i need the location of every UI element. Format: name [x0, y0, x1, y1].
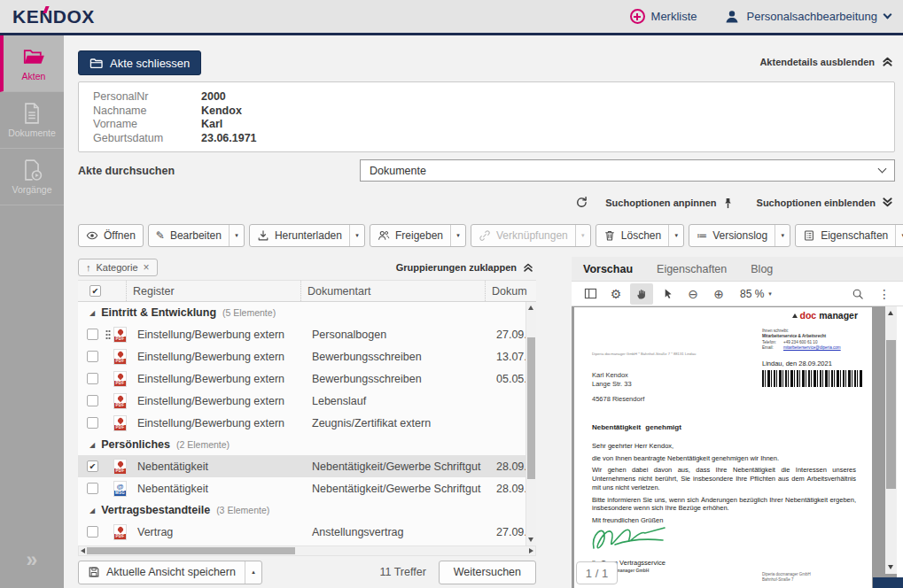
row-checkbox[interactable]: [87, 329, 98, 340]
results-pane: ↑ Kategorie × Gruppierungen zuklappen ✔ …: [78, 257, 536, 588]
links-button[interactable]: Verknüpfungen: [471, 225, 575, 246]
group-expand-icon[interactable]: ◢: [90, 441, 95, 449]
table-row[interactable]: PDF Einstellung/Bewerbung extern Zeugnis…: [78, 412, 536, 434]
panel-toggle-button[interactable]: [579, 283, 602, 305]
preview-more-button[interactable]: ⋮: [873, 283, 896, 305]
save-icon: [88, 566, 100, 578]
delete-button[interactable]: Löschen: [596, 225, 668, 246]
scroll-up-icon[interactable]: [888, 311, 893, 315]
edit-button-group: ✎ Bearbeiten ▾: [148, 224, 245, 247]
group-header[interactable]: ◢ Eintritt & Entwicklung (5 Elemente): [78, 302, 536, 323]
share-button[interactable]: Freigeben: [370, 225, 450, 246]
sidebar-item-vorgaenge[interactable]: Vorgänge: [0, 149, 64, 205]
row-checkbox[interactable]: [87, 373, 98, 384]
drag-handle-icon[interactable]: [105, 329, 111, 340]
column-header-register[interactable]: Register: [127, 281, 301, 301]
search-scope-select[interactable]: Dokumente: [360, 159, 895, 182]
preview-scrollbar[interactable]: [885, 306, 897, 574]
open-button[interactable]: Öffnen: [79, 225, 143, 246]
zoom-level-dropdown[interactable]: 85 % ▾: [740, 288, 772, 300]
edit-dropdown-button[interactable]: ▾: [229, 225, 244, 246]
table-row-selected[interactable]: ✔ PDF Nebentätigkeit Nebentätigkeit/Gewe…: [78, 455, 536, 477]
link-icon: [479, 229, 491, 242]
scroll-right-icon[interactable]: [529, 548, 533, 553]
properties-dropdown-button[interactable]: ▾: [895, 225, 903, 246]
zoom-in-button[interactable]: ⊕: [707, 283, 730, 305]
expand-sidebar-button[interactable]: »: [0, 548, 64, 572]
column-header-dokumentart[interactable]: Dokumentart: [301, 281, 486, 301]
versionlog-dropdown-button[interactable]: ▾: [775, 225, 790, 246]
delete-dropdown-button[interactable]: ▾: [668, 225, 683, 246]
document-page: docmanager Ihnen schreibt: Mitarbeiterse…: [574, 307, 872, 588]
hide-details-label: Aktendetails ausblenden: [759, 57, 875, 67]
preview-scrollbar-thumb[interactable]: [886, 340, 896, 489]
select-all-checkbox[interactable]: ✔: [90, 285, 101, 297]
pin-search-options[interactable]: Suchoptionen anpinnen: [605, 197, 733, 209]
table-row[interactable]: PDF Einstellung/Bewerbung extern Bewerbu…: [78, 345, 536, 368]
group-expand-icon[interactable]: ◢: [90, 507, 95, 514]
row-checkbox-checked[interactable]: ✔: [87, 460, 98, 472]
show-search-options[interactable]: Suchoptionen einblenden: [757, 196, 894, 209]
letter-recipient-city: 45678 Riesendorf: [592, 395, 644, 403]
pdf-file-icon: PDF: [113, 415, 127, 431]
preview-search-button[interactable]: [846, 283, 869, 305]
tab-vorschau[interactable]: Vorschau: [583, 263, 633, 275]
group-expand-icon[interactable]: ◢: [90, 309, 95, 317]
row-checkbox[interactable]: [87, 526, 98, 538]
scroll-up-icon[interactable]: [528, 306, 533, 310]
row-checkbox[interactable]: [87, 483, 98, 494]
preview-settings-button[interactable]: ⚙: [604, 283, 627, 305]
vertical-scrollbar[interactable]: [525, 302, 536, 545]
close-file-button[interactable]: Akte schliessen: [78, 50, 201, 75]
table-row[interactable]: @MSG Nebentätigkeit Nebentätigkeit/Gewer…: [78, 477, 536, 499]
versionlog-button[interactable]: ≔ Versionslog: [689, 225, 775, 246]
download-button[interactable]: Herunterladen: [250, 225, 349, 246]
sidebar-item-akten[interactable]: Akten: [0, 35, 64, 92]
remove-sort-icon[interactable]: ×: [144, 261, 150, 274]
app-header: KENDOX Merkliste Personalsachbearbeitung: [0, 0, 903, 35]
refresh-icon[interactable]: [575, 196, 588, 209]
table-row[interactable]: PDF Einstellung/Bewerbung extern Persona…: [78, 323, 536, 345]
sort-chip-kategorie[interactable]: ↑ Kategorie ×: [78, 259, 158, 276]
scroll-down-icon[interactable]: [528, 538, 533, 542]
tab-eigenschaften[interactable]: Eigenschaften: [657, 263, 727, 275]
pdf-file-icon: PDF: [113, 524, 127, 540]
zoom-out-button[interactable]: ⊖: [681, 283, 704, 305]
vertical-scrollbar-thumb[interactable]: [527, 337, 535, 479]
hide-details-toggle[interactable]: Aktendetails ausblenden: [759, 55, 894, 68]
kendox-app: KENDOX Merkliste Personalsachbearbeitung: [0, 0, 903, 588]
properties-button[interactable]: Eigenschaften: [796, 225, 895, 246]
group-header[interactable]: ◢ Persönliches (2 Elemente): [78, 434, 536, 455]
save-view-dropdown-button[interactable]: ▴: [245, 561, 261, 584]
save-view-button[interactable]: Aktuelle Ansicht speichern: [79, 561, 245, 584]
edit-label: Bearbeiten: [170, 229, 222, 242]
table-row[interactable]: PDF Einstellung/Bewerbung extern Bewerbu…: [78, 368, 536, 390]
merkliste-button[interactable]: Merkliste: [630, 9, 697, 24]
horizontal-scrollbar-thumb[interactable]: [87, 547, 295, 554]
pdf-file-icon: PDF: [113, 393, 127, 409]
scroll-left-icon[interactable]: [81, 548, 85, 553]
table-row[interactable]: PDF Vertrag Anstellungsvertrag 27.09.2: [78, 521, 536, 543]
cursor-icon: [662, 288, 673, 299]
row-checkbox[interactable]: [87, 351, 98, 362]
share-dropdown-button[interactable]: ▾: [450, 225, 465, 246]
scroll-down-icon[interactable]: [888, 565, 893, 569]
horizontal-scrollbar[interactable]: [78, 545, 536, 556]
collapse-groups-toggle[interactable]: Gruppierungen zuklappen: [396, 261, 536, 274]
table-row[interactable]: PDF Einstellung/Bewerbung extern Lebensl…: [78, 390, 536, 412]
pan-tool-button[interactable]: [630, 283, 653, 305]
select-tool-button[interactable]: [656, 283, 679, 305]
edit-button[interactable]: ✎ Bearbeiten: [149, 225, 229, 246]
versionlog-button-group: ≔ Versionslog ▾: [689, 224, 790, 247]
row-checkbox[interactable]: [87, 395, 98, 406]
column-header-dokumentdatum[interactable]: Dokum: [486, 285, 536, 298]
continue-search-button[interactable]: Weitersuchen: [439, 561, 536, 584]
user-menu[interactable]: Personalsachbearbeitung: [724, 9, 891, 25]
tab-blog[interactable]: Blog: [751, 263, 773, 275]
sidebar-item-dokumente[interactable]: Dokumente: [0, 92, 64, 149]
row-checkbox[interactable]: [87, 417, 98, 429]
show-options-label: Suchoptionen einblenden: [757, 197, 876, 208]
download-dropdown-button[interactable]: ▾: [349, 225, 364, 246]
links-dropdown-button[interactable]: ▾: [575, 225, 590, 246]
group-header[interactable]: ◢ Vertragsbestandteile (3 Elemente): [78, 499, 536, 521]
